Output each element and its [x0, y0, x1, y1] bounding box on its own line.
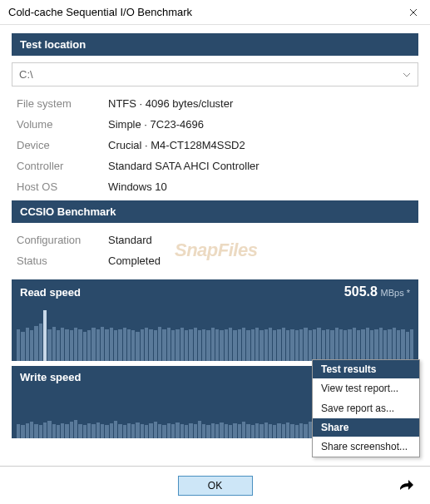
chart-bar	[225, 424, 228, 438]
chart-bar	[269, 424, 272, 438]
chart-bar	[304, 424, 307, 438]
chart-bar	[78, 329, 82, 361]
chart-bar	[141, 329, 144, 361]
chart-bar	[91, 328, 95, 361]
ok-button[interactable]: OK	[178, 476, 253, 496]
chart-bar	[131, 424, 135, 438]
menu-results-header: Test results	[313, 360, 419, 378]
window-title: Cold-cache Sequential I/O Benchmark	[8, 6, 192, 18]
chart-bar	[282, 424, 285, 438]
chart-bar	[189, 329, 192, 361]
chart-bar	[397, 330, 400, 361]
chart-bar	[259, 330, 263, 361]
chart-bar	[87, 330, 91, 361]
chart-bar	[101, 327, 104, 361]
chart-bar	[180, 424, 184, 438]
chart-bar	[70, 330, 73, 361]
chart-bar	[198, 421, 201, 438]
chart-bar	[167, 328, 171, 361]
chart-bar	[158, 424, 161, 438]
chart-bar	[57, 425, 60, 438]
chart-bar	[335, 328, 339, 361]
chart-bar	[110, 328, 113, 361]
chart-bar	[149, 329, 152, 361]
chart-bar	[273, 330, 276, 361]
chart-bar	[141, 424, 144, 438]
status-value: Completed	[108, 254, 161, 267]
chart-bar	[388, 329, 391, 361]
menu-share-screenshot[interactable]: Share screenshot...	[313, 437, 419, 457]
chart-bar	[52, 327, 56, 361]
chart-bar	[171, 330, 175, 361]
chart-bar	[277, 423, 280, 438]
chart-bar	[242, 422, 245, 438]
chart-bar	[211, 328, 215, 361]
chart-bar	[406, 332, 409, 361]
chart-bar	[299, 329, 303, 361]
chart-bar	[194, 424, 197, 438]
chart-bar	[61, 328, 64, 361]
test-location-header: Test location	[12, 33, 418, 56]
chart-bar	[246, 330, 250, 361]
chart-bar	[326, 329, 329, 361]
close-icon	[409, 8, 418, 17]
chart-bar	[304, 328, 307, 361]
chart-bar	[123, 425, 126, 438]
chart-bar	[91, 424, 95, 438]
chart-bar	[330, 330, 334, 361]
bottom-bar: OK	[0, 466, 430, 504]
context-menu: Test results View test report... Save re…	[312, 359, 420, 457]
chart-bar	[167, 423, 171, 438]
chart-bar	[21, 332, 24, 361]
ctrl-label: Controller	[17, 160, 108, 172]
cfg-value: Standard	[108, 234, 152, 246]
read-label: Read speed	[20, 286, 81, 299]
share-button[interactable]	[398, 477, 415, 496]
menu-save-report[interactable]: Save report as...	[313, 398, 419, 418]
chart-bar	[70, 422, 73, 438]
benchmark-header: CCSIO Benchmark	[12, 200, 418, 223]
chart-bar	[374, 329, 378, 361]
read-value-wrap: 505.8 MBps *	[344, 284, 410, 299]
chart-bar	[162, 329, 166, 361]
drive-dropdown[interactable]: C:\	[12, 62, 418, 86]
chart-bar	[299, 423, 303, 438]
chart-bar	[57, 330, 60, 361]
chart-bar	[101, 424, 104, 438]
chart-bar	[317, 328, 320, 361]
chart-bar	[114, 421, 117, 438]
chart-bar	[361, 329, 364, 361]
cfg-label: Configuration	[17, 234, 108, 246]
chart-bar	[313, 329, 316, 361]
chart-bar	[259, 424, 263, 438]
chart-bar	[78, 424, 82, 438]
chart-bar	[295, 425, 299, 438]
chart-bar	[65, 329, 68, 361]
chart-bar	[242, 328, 245, 361]
chart-bar	[290, 424, 294, 438]
titlebar: Cold-cache Sequential I/O Benchmark	[0, 0, 430, 25]
chart-bar	[105, 329, 108, 361]
chart-bar	[229, 425, 232, 438]
chart-bar	[344, 330, 347, 361]
chart-bar	[286, 330, 289, 361]
chart-bar	[74, 328, 77, 361]
chart-bar	[21, 425, 24, 438]
chart-bar	[220, 422, 223, 438]
close-button[interactable]	[403, 2, 423, 22]
location-info: File systemNTFS · 4096 bytes/cluster Vol…	[12, 86, 418, 200]
chart-bar	[47, 329, 51, 361]
chart-bar	[175, 422, 179, 438]
chart-bar	[277, 329, 280, 361]
chart-bar	[322, 330, 325, 361]
chart-bar	[194, 328, 197, 361]
chart-bar	[233, 423, 236, 438]
chart-bar	[30, 422, 33, 438]
chart-bar	[83, 425, 86, 438]
fs-label: File system	[17, 97, 108, 110]
chevron-down-icon	[403, 72, 411, 77]
chart-bar	[43, 310, 47, 361]
chart-bar	[282, 328, 285, 361]
menu-view-report[interactable]: View test report...	[313, 378, 419, 398]
chart-bar	[264, 422, 268, 438]
